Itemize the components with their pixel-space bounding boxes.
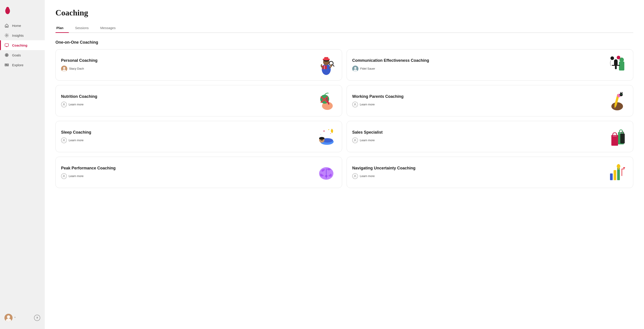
coaching-cards-grid: Personal Coaching Stacy Dach	[56, 49, 633, 188]
user-icon-working-parents	[352, 102, 358, 107]
svg-point-2	[6, 35, 8, 36]
svg-point-35	[617, 56, 620, 59]
card-working-parents-coaching-content: Working Parents Coaching Learn more	[352, 94, 604, 107]
user-icon-nutrition	[61, 102, 67, 107]
card-communication-coaching-title: Communication Effectiveness Coaching	[352, 58, 604, 63]
svg-point-12	[7, 315, 10, 318]
card-sales-specialist[interactable]: Sales Specialist Learn more	[346, 121, 633, 152]
goals-icon	[4, 53, 9, 57]
tab-sessions[interactable]: Sessions	[74, 24, 94, 33]
svg-rect-10	[7, 65, 8, 66]
svg-rect-21	[324, 57, 328, 60]
svg-point-61	[354, 139, 356, 141]
svg-point-27	[354, 67, 356, 69]
svg-marker-49	[622, 92, 623, 93]
svg-point-17	[322, 64, 331, 75]
svg-rect-8	[7, 64, 8, 65]
svg-rect-3	[5, 44, 8, 46]
card-nutrition-coaching-content: Nutrition Coaching Learn more	[61, 94, 313, 107]
user-icon-peak	[61, 173, 67, 179]
card-communication-coaching[interactable]: Communication Effectiveness Coaching Fid…	[346, 49, 633, 81]
card-sleep-coaching-title: Sleep Coaching	[61, 130, 313, 135]
card-nutrition-coaching-learn: Learn more	[61, 102, 313, 107]
chevron-up-icon: ^	[14, 316, 16, 319]
nutrition-coaching-illustration	[315, 91, 338, 111]
svg-point-36	[63, 103, 64, 105]
help-button[interactable]: ?	[34, 315, 40, 321]
tab-plan[interactable]: Plan	[56, 24, 69, 33]
main-content: Coaching Plan Sessions Messages One-on-O…	[45, 0, 644, 329]
coaching-icon	[4, 43, 9, 48]
sidebar-bottom: ^ ?	[0, 310, 45, 325]
svg-point-1	[6, 7, 9, 10]
svg-text:✦: ✦	[328, 128, 330, 131]
user-icon-sales	[352, 137, 358, 143]
svg-rect-32	[612, 65, 620, 66]
tab-messages[interactable]: Messages	[100, 24, 121, 33]
fidel-sauer-name: Fidel Sauer	[360, 67, 375, 70]
card-sales-specialist-learn: Learn more	[352, 137, 604, 143]
card-personal-coaching[interactable]: Personal Coaching Stacy Dach	[56, 49, 342, 81]
peak-performance-illustration	[315, 162, 338, 182]
svg-point-34	[610, 56, 614, 60]
svg-point-69	[354, 175, 356, 176]
svg-rect-66	[620, 134, 625, 143]
sidebar-item-coaching[interactable]: Coaching	[0, 40, 45, 50]
card-peak-performance-coaching[interactable]: Peak Performance Coaching Learn more	[56, 157, 342, 188]
card-sleep-coaching-content: Sleep Coaching Learn more	[61, 130, 313, 143]
sidebar-item-goals[interactable]: Goals	[0, 50, 45, 60]
card-personal-coaching-coach: Stacy Dach	[61, 66, 313, 72]
tab-bar: Plan Sessions Messages	[56, 24, 633, 33]
sidebar-item-home[interactable]: Home	[0, 21, 45, 31]
svg-point-67	[63, 175, 64, 176]
insights-icon	[4, 33, 9, 38]
svg-marker-48	[620, 92, 622, 93]
sidebar-item-insights[interactable]: Insights	[0, 31, 45, 40]
svg-rect-33	[615, 66, 617, 69]
card-sleep-coaching[interactable]: Sleep Coaching Learn more	[56, 121, 342, 152]
app-logo	[0, 4, 45, 21]
card-navigating-uncertainty-coaching[interactable]: Navigating Uncertainty Coaching Learn mo…	[346, 157, 633, 188]
sales-learn-more-text: Learn more	[360, 139, 374, 142]
personal-coaching-illustration	[315, 55, 338, 75]
sidebar-item-insights-label: Insights	[12, 34, 24, 37]
communication-coaching-illustration	[606, 55, 628, 75]
user-icon-sleep	[61, 137, 67, 143]
card-personal-coaching-title: Personal Coaching	[61, 58, 313, 63]
svg-text:+: +	[320, 133, 321, 135]
svg-rect-64	[611, 135, 618, 146]
sidebar-item-goals-label: Goals	[12, 53, 21, 57]
section-title: One-on-One Coaching	[56, 40, 633, 45]
peak-learn-more-text: Learn more	[69, 174, 84, 178]
svg-rect-29	[619, 62, 624, 71]
card-peak-performance-coaching-content: Peak Performance Coaching Learn more	[61, 166, 313, 179]
card-sleep-coaching-learn: Learn more	[61, 137, 313, 143]
svg-point-50	[620, 94, 621, 95]
sidebar-item-explore[interactable]: Explore	[0, 60, 45, 70]
main-nav: Home Insights Coaching	[0, 21, 45, 310]
sales-specialist-illustration	[606, 126, 628, 147]
stacy-dach-name: Stacy Dach	[69, 67, 84, 70]
svg-point-52	[63, 139, 64, 141]
svg-point-43	[611, 102, 623, 110]
stacy-dach-avatar	[61, 66, 67, 72]
card-navigating-uncertainty-coaching-content: Navigating Uncertainty Coaching Learn mo…	[352, 166, 604, 179]
svg-point-56	[319, 137, 324, 140]
card-nutrition-coaching[interactable]: Nutrition Coaching Learn more	[56, 85, 342, 116]
svg-text:✦: ✦	[323, 130, 325, 133]
card-navigating-uncertainty-coaching-title: Navigating Uncertainty Coaching	[352, 166, 604, 171]
user-avatar-wrapper[interactable]: ^	[4, 314, 16, 322]
svg-rect-65	[613, 136, 617, 136]
nutrition-learn-more-text: Learn more	[69, 103, 84, 106]
sidebar-item-coaching-label: Coaching	[12, 44, 27, 47]
svg-rect-70	[610, 173, 613, 180]
svg-rect-71	[614, 170, 616, 180]
fidel-sauer-avatar	[352, 66, 358, 72]
card-working-parents-coaching-learn: Learn more	[352, 102, 604, 107]
card-communication-coaching-coach: Fidel Sauer	[352, 66, 604, 72]
card-personal-coaching-content: Personal Coaching Stacy Dach	[61, 58, 313, 72]
card-working-parents-coaching[interactable]: Working Parents Coaching Learn more	[346, 85, 633, 116]
svg-rect-9	[5, 65, 7, 66]
sidebar-item-explore-label: Explore	[12, 63, 24, 67]
sleep-coaching-illustration: ✦ ✦ + +	[315, 126, 338, 147]
